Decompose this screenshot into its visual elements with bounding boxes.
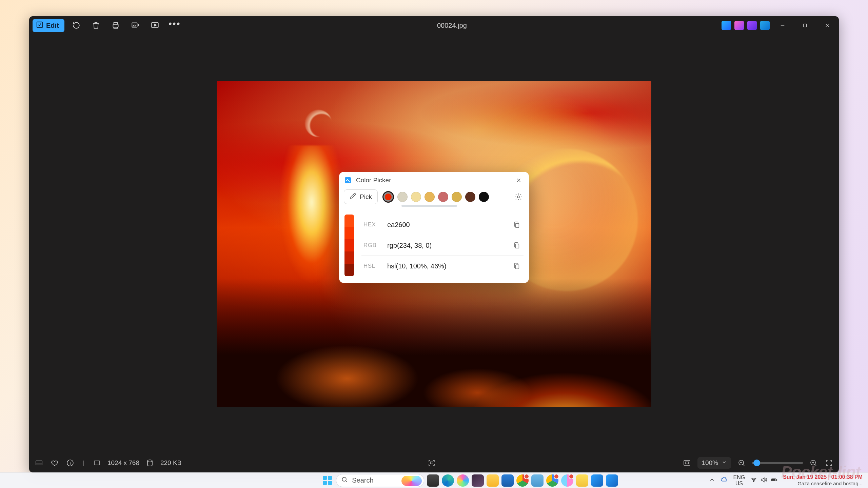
format-row-hex[interactable]: HEX ea2600 xyxy=(361,215,524,235)
color-picker-app-taskbar[interactable] xyxy=(606,474,618,487)
photos-app-taskbar[interactable] xyxy=(591,474,603,487)
settings-button[interactable] xyxy=(513,191,524,203)
filmstrip-toggle-button[interactable] xyxy=(34,458,44,468)
favorite-button[interactable] xyxy=(50,458,60,468)
clipchamp-app-icon[interactable] xyxy=(747,21,757,30)
slideshow-button[interactable] xyxy=(147,18,163,33)
swatch[interactable] xyxy=(479,192,489,202)
print-button[interactable] xyxy=(108,18,123,33)
chrome-beta-app[interactable] xyxy=(546,474,558,487)
pick-button[interactable]: Pick xyxy=(344,189,378,204)
format-label: RGB xyxy=(363,242,379,249)
svg-rect-12 xyxy=(94,461,100,465)
format-label: HEX xyxy=(363,221,379,228)
scan-ocr-button[interactable] xyxy=(427,458,437,468)
svg-rect-15 xyxy=(684,461,690,465)
onedrive-app-icon[interactable] xyxy=(760,21,770,30)
color-picker-app-icon xyxy=(344,176,352,184)
sticky-notes-app[interactable] xyxy=(576,474,588,487)
svg-rect-1 xyxy=(113,24,118,27)
svg-point-19 xyxy=(342,477,347,481)
fit-to-window-button[interactable] xyxy=(682,458,692,468)
color-picker-toolbar: Pick xyxy=(339,187,529,209)
maximize-button[interactable] xyxy=(795,18,814,33)
copy-button[interactable] xyxy=(512,220,521,229)
color-picker-window: Color Picker Pick xyxy=(339,172,529,283)
close-button[interactable] xyxy=(818,18,837,33)
edit-button[interactable]: Edit xyxy=(33,19,64,32)
format-row-hsl[interactable]: HSL hsl(10, 100%, 46%) xyxy=(361,256,524,276)
designer-app-icon[interactable] xyxy=(722,21,731,30)
eyedropper-icon xyxy=(350,192,356,201)
battery-tray-icon[interactable] xyxy=(771,476,777,485)
news-headline: Gaza ceasefire and hostag... xyxy=(783,481,863,487)
color-formats: HEX ea2600 RGB rgb(234, 38, 0) xyxy=(361,215,524,276)
pick-label: Pick xyxy=(360,193,372,201)
tray-chevron-up-icon[interactable] xyxy=(709,477,715,484)
language-indicator[interactable]: ENG US xyxy=(733,474,745,486)
swatch[interactable] xyxy=(425,192,435,202)
search-highlight-art xyxy=(401,476,422,486)
swatch[interactable] xyxy=(411,192,421,202)
format-value: ea2600 xyxy=(387,221,504,229)
format-value: hsl(10, 100%, 46%) xyxy=(387,262,504,270)
color-picker-close-button[interactable] xyxy=(513,175,525,185)
copy-button[interactable] xyxy=(512,241,521,250)
dimensions-icon xyxy=(92,458,102,468)
svg-rect-10 xyxy=(36,461,42,465)
svg-rect-4 xyxy=(804,24,807,27)
color-shades-column[interactable] xyxy=(344,215,354,276)
swatch[interactable] xyxy=(465,192,475,202)
task-view-button[interactable] xyxy=(427,474,439,487)
microsoft-store-app[interactable] xyxy=(501,474,514,487)
obsidian-app[interactable] xyxy=(472,474,484,487)
svg-rect-14 xyxy=(430,462,433,464)
zoom-value: 100% xyxy=(702,459,718,467)
swatch[interactable] xyxy=(452,192,462,202)
edit-icon xyxy=(36,21,43,30)
image-filesize: 220 KB xyxy=(160,459,181,467)
format-row-rgb[interactable]: RGB rgb(234, 38, 0) xyxy=(361,235,524,256)
set-as-button[interactable] xyxy=(127,18,143,33)
wifi-tray-icon[interactable] xyxy=(750,476,757,485)
search-placeholder: Search xyxy=(352,476,373,484)
start-button[interactable] xyxy=(321,474,333,487)
zoom-dropdown[interactable]: 100% xyxy=(697,457,731,469)
onedrive-tray-icon[interactable] xyxy=(721,476,728,485)
swatch[interactable] xyxy=(397,192,408,202)
ai-app-icon[interactable] xyxy=(734,21,744,30)
zoom-slider-thumb[interactable] xyxy=(753,460,760,466)
chrome-canary-app[interactable] xyxy=(561,474,573,487)
photos-canvas[interactable]: Color Picker Pick xyxy=(29,35,839,453)
svg-point-20 xyxy=(753,481,754,482)
zoom-out-button[interactable] xyxy=(736,458,747,468)
calculator-app[interactable] xyxy=(531,474,544,487)
svg-rect-9 xyxy=(515,265,519,269)
rotate-button[interactable] xyxy=(68,18,84,33)
taskbar-search[interactable]: Search xyxy=(336,474,424,487)
svg-point-13 xyxy=(147,460,152,462)
photos-titlebar: Edit ••• 00024.jpg xyxy=(29,16,839,35)
edge-app[interactable] xyxy=(442,474,454,487)
swatch-selected[interactable] xyxy=(382,191,394,203)
swatch-scrollbar[interactable] xyxy=(401,205,457,207)
delete-button[interactable] xyxy=(88,18,104,33)
svg-rect-23 xyxy=(772,479,775,480)
swatch[interactable] xyxy=(438,192,448,202)
more-button[interactable]: ••• xyxy=(167,18,182,33)
volume-tray-icon[interactable] xyxy=(761,476,767,485)
info-button[interactable] xyxy=(65,458,75,468)
windows-taskbar: Search ENG US Sun, xyxy=(0,472,868,488)
photos-app-window: Edit ••• 00024.jpg xyxy=(29,16,839,472)
copilot-app[interactable] xyxy=(457,474,469,487)
svg-rect-16 xyxy=(685,462,689,464)
file-explorer-app[interactable] xyxy=(487,474,499,487)
format-label: HSL xyxy=(363,263,379,269)
copy-button[interactable] xyxy=(512,261,521,271)
svg-point-6 xyxy=(517,196,519,198)
chrome-app[interactable] xyxy=(516,474,529,487)
color-picker-titlebar[interactable]: Color Picker xyxy=(339,172,529,187)
filesize-icon xyxy=(145,458,155,468)
minimize-button[interactable] xyxy=(773,18,792,33)
color-history xyxy=(382,191,508,203)
